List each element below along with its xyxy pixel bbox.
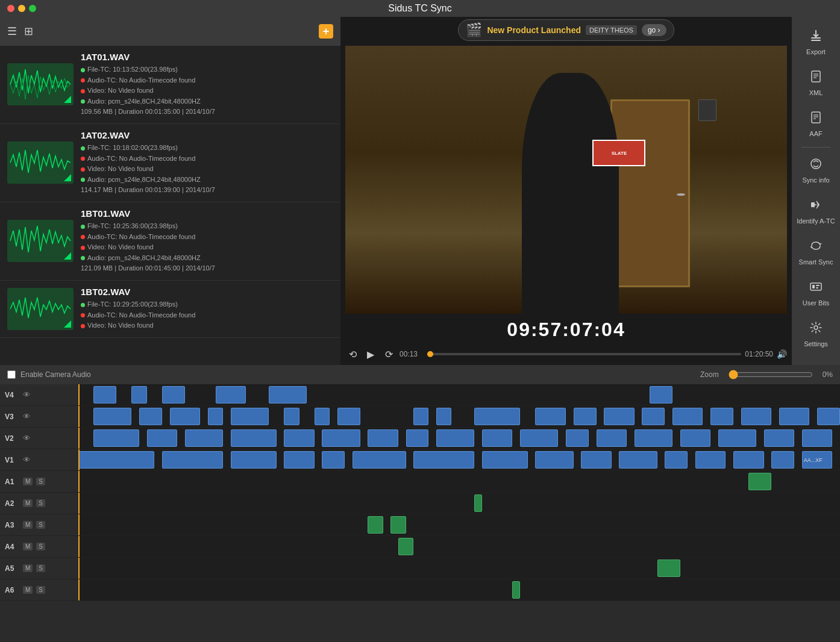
- clip[interactable]: [368, 429, 398, 447]
- clip[interactable]: [353, 451, 406, 469]
- clip[interactable]: [710, 408, 733, 425]
- audio-clip[interactable]: [474, 494, 482, 512]
- track-mute-a3[interactable]: M: [23, 521, 33, 529]
- clip[interactable]: [322, 429, 360, 447]
- track-solo-a3[interactable]: S: [36, 521, 45, 529]
- audio-clip[interactable]: [748, 473, 771, 490]
- clip[interactable]: [93, 408, 131, 425]
- clip[interactable]: [695, 451, 726, 469]
- clip[interactable]: [597, 429, 627, 447]
- minimize-button[interactable]: [18, 5, 25, 12]
- track-eye-v3[interactable]: 👁: [23, 412, 31, 421]
- forward-10-button[interactable]: ⟳: [381, 349, 396, 360]
- clip[interactable]: [574, 408, 597, 425]
- track-solo-a5[interactable]: S: [36, 564, 45, 572]
- list-item[interactable]: 1BT02.WAV File-TC: 10:29:25:00(23.98fps)…: [0, 281, 340, 338]
- clip[interactable]: [162, 451, 223, 469]
- audio-clip[interactable]: [398, 538, 413, 555]
- clip[interactable]: [406, 429, 429, 447]
- clip[interactable]: [231, 451, 277, 469]
- sidebar-item-xml[interactable]: XML: [792, 63, 840, 104]
- clip[interactable]: [337, 408, 360, 425]
- maximize-button[interactable]: [29, 5, 36, 12]
- clip[interactable]: [482, 451, 528, 469]
- clip[interactable]: [436, 408, 451, 425]
- sidebar-item-export[interactable]: Export: [792, 22, 840, 63]
- banner-go-button[interactable]: go ›: [642, 24, 666, 36]
- clip[interactable]: [802, 429, 833, 447]
- clip[interactable]: [78, 451, 154, 469]
- track-mute-a1[interactable]: M: [23, 478, 33, 485]
- volume-icon[interactable]: 🔊: [777, 349, 787, 359]
- file-list[interactable]: 1AT01.WAV File-TC: 10:13:52:00(23.98fps)…: [0, 46, 340, 365]
- clip[interactable]: [718, 429, 756, 447]
- clip[interactable]: [322, 451, 345, 469]
- audio-clip[interactable]: [368, 516, 383, 534]
- clip[interactable]: [147, 429, 178, 447]
- clip[interactable]: [665, 451, 688, 469]
- clip[interactable]: [231, 429, 277, 447]
- clip[interactable]: [284, 451, 315, 469]
- clip[interactable]: [642, 408, 665, 425]
- track-solo-a6[interactable]: S: [36, 586, 45, 594]
- clip[interactable]: [284, 429, 315, 447]
- sidebar-item-user-bits[interactable]: User Bits: [792, 273, 840, 314]
- clip[interactable]: [619, 451, 657, 469]
- sidebar-item-settings[interactable]: Settings: [792, 314, 840, 355]
- sidebar-item-sync-info[interactable]: Sync info: [792, 150, 840, 191]
- sidebar-item-identify-atc[interactable]: Identify A-TC: [792, 191, 840, 232]
- zoom-slider[interactable]: [729, 370, 813, 379]
- grid-icon[interactable]: ⊞: [24, 25, 33, 38]
- list-item[interactable]: 1BT01.WAV File-TC: 10:25:36:00(23.98fps)…: [0, 202, 340, 281]
- clip[interactable]: [482, 429, 513, 447]
- track-eye-v2[interactable]: 👁: [23, 434, 31, 443]
- clip[interactable]: AA...XF: [802, 451, 833, 469]
- progress-bar[interactable]: [427, 353, 741, 355]
- clip[interactable]: [672, 408, 703, 425]
- list-item[interactable]: 1AT01.WAV File-TC: 10:13:52:00(23.98fps)…: [0, 46, 340, 124]
- menu-icon[interactable]: ☰: [7, 25, 17, 38]
- clip[interactable]: [474, 408, 520, 425]
- track-mute-a6[interactable]: M: [23, 586, 33, 594]
- play-button[interactable]: ▶: [363, 349, 378, 360]
- clip[interactable]: [139, 408, 162, 425]
- clip[interactable]: [650, 386, 672, 404]
- audio-clip[interactable]: [390, 516, 406, 534]
- track-solo-a2[interactable]: S: [36, 499, 45, 507]
- clip[interactable]: [817, 408, 840, 425]
- clip[interactable]: [162, 386, 185, 404]
- add-button[interactable]: +: [319, 24, 333, 39]
- clip[interactable]: [170, 408, 201, 425]
- clip[interactable]: [131, 386, 146, 404]
- sidebar-item-smart-sync[interactable]: Smart Sync: [792, 232, 840, 273]
- track-solo-a1[interactable]: S: [36, 478, 45, 485]
- list-item[interactable]: 1AT02.WAV File-TC: 10:18:02:00(23.98fps)…: [0, 124, 340, 202]
- track-mute-a4[interactable]: M: [23, 543, 33, 550]
- clip[interactable]: [779, 408, 810, 425]
- clip[interactable]: [520, 429, 558, 447]
- clip[interactable]: [604, 408, 635, 425]
- clip[interactable]: [284, 408, 299, 425]
- clip[interactable]: [535, 451, 573, 469]
- clip[interactable]: [413, 408, 428, 425]
- progress-knob[interactable]: [427, 351, 433, 357]
- audio-clip[interactable]: [657, 559, 680, 577]
- clip[interactable]: [733, 451, 764, 469]
- clip[interactable]: [741, 408, 772, 425]
- clip[interactable]: [413, 451, 474, 469]
- clip[interactable]: [93, 386, 116, 404]
- clip[interactable]: [269, 386, 307, 404]
- track-mute-a2[interactable]: M: [23, 499, 33, 507]
- clip[interactable]: [231, 408, 269, 425]
- clip[interactable]: [436, 429, 474, 447]
- sidebar-item-aaf[interactable]: AAF: [792, 104, 840, 145]
- enable-camera-checkbox[interactable]: [7, 370, 16, 379]
- clip[interactable]: [566, 429, 589, 447]
- clip[interactable]: [315, 408, 330, 425]
- audio-clip[interactable]: [512, 581, 520, 599]
- clip[interactable]: [185, 429, 223, 447]
- clip[interactable]: [216, 386, 246, 404]
- clip[interactable]: [581, 451, 612, 469]
- clip[interactable]: [93, 429, 139, 447]
- clip[interactable]: [771, 451, 794, 469]
